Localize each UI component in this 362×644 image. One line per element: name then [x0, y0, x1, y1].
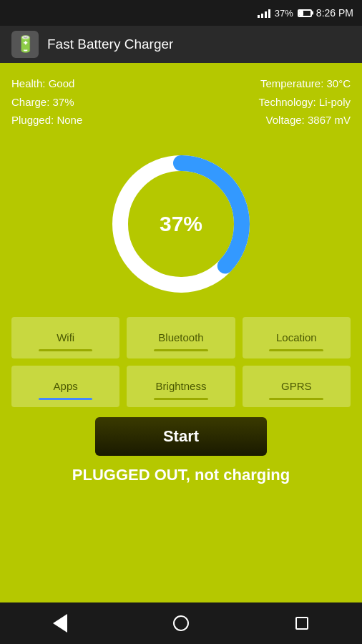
voltage-label: Voltage: 3867 mV [259, 111, 351, 130]
home-icon [173, 615, 189, 631]
plugged-label: Plugged: None [11, 111, 82, 130]
battery-info-left: Health: Good Charge: 37% Plugged: None [11, 74, 82, 130]
title-bar: 🔋 Fast Battery Charger [0, 26, 362, 63]
recents-button[interactable] [286, 608, 318, 639]
signal-icon [258, 8, 270, 18]
status-bar: 37% 8:26 PM [0, 0, 362, 26]
start-button[interactable]: Start [95, 417, 267, 456]
charge-percent-label: 37% [160, 212, 202, 236]
bluetooth-button[interactable]: Bluetooth [127, 317, 235, 358]
apps-button[interactable]: Apps [11, 366, 119, 407]
brightness-button[interactable]: Brightness [127, 366, 235, 407]
health-label: Health: Good [11, 74, 82, 93]
battery-info-right: Temperature: 30°C Technology: Li-poly Vo… [259, 74, 351, 130]
charge-label: Charge: 37% [11, 93, 82, 112]
technology-label: Technology: Li-poly [259, 93, 351, 112]
app-title: Fast Battery Charger [47, 36, 173, 52]
back-button[interactable] [44, 608, 76, 639]
action-buttons: Wifi Bluetooth Location Apps Brightness … [11, 317, 351, 407]
bottom-nav [0, 602, 362, 644]
temperature-label: Temperature: 30°C [259, 74, 351, 93]
recents-icon [295, 617, 308, 630]
battery-gauge: 37% [102, 145, 260, 303]
home-button[interactable] [165, 608, 197, 639]
location-button[interactable]: Location [243, 317, 351, 358]
back-icon [53, 614, 67, 633]
gprs-button[interactable]: GPRS [243, 366, 351, 407]
app-icon: 🔋 [11, 31, 39, 58]
button-row-2: Apps Brightness GPRS [11, 366, 351, 407]
battery-info: Health: Good Charge: 37% Plugged: None T… [11, 74, 351, 130]
wifi-button[interactable]: Wifi [11, 317, 119, 358]
button-row-1: Wifi Bluetooth Location [11, 317, 351, 358]
plugged-status-message: PLUGGED OUT, not charging [72, 466, 290, 484]
clock: 8:26 PM [316, 7, 353, 19]
battery-icon [298, 9, 312, 17]
battery-percent: 37% [275, 8, 293, 19]
main-content: Health: Good Charge: 37% Plugged: None T… [0, 63, 362, 602]
